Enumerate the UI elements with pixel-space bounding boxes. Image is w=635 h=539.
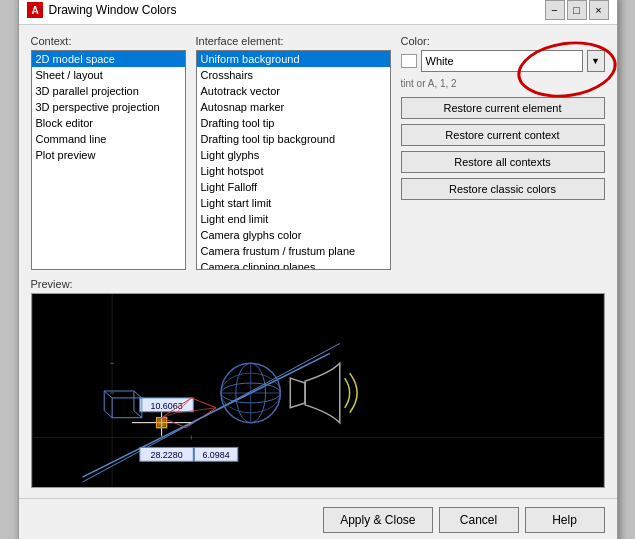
color-select-display[interactable]: White (421, 50, 583, 72)
restore-all-button[interactable]: Restore all contexts (401, 151, 605, 173)
list-item[interactable]: Light Falloff (197, 179, 390, 195)
top-section: Context: 2D model space Sheet / layout 3… (31, 35, 605, 270)
color-swatch (401, 54, 417, 68)
minimize-button[interactable]: − (545, 0, 565, 20)
svg-rect-9 (157, 419, 165, 427)
list-item[interactable]: Autotrack vector (197, 83, 390, 99)
dialog-body: Context: 2D model space Sheet / layout 3… (19, 25, 617, 498)
list-item[interactable]: 3D parallel projection (32, 83, 185, 99)
preview-canvas: 10.6063 (31, 293, 605, 488)
list-item[interactable]: Light glyphs (197, 147, 390, 163)
context-listbox[interactable]: 2D model space Sheet / layout 3D paralle… (31, 50, 186, 270)
list-item[interactable]: Light hotspot (197, 163, 390, 179)
list-item[interactable]: Uniform background (197, 51, 390, 67)
color-panel: Color: White ▼ tint or A, 1, 2 Restore c… (401, 35, 605, 270)
interface-listbox[interactable]: Uniform background Crosshairs Autotrack … (196, 50, 391, 270)
window-controls: − □ × (545, 0, 609, 20)
list-item[interactable]: Light start limit (197, 195, 390, 211)
svg-text:A: A (31, 5, 38, 16)
color-dropdown-row: White ▼ (401, 50, 605, 72)
list-item[interactable]: Drafting tool tip background (197, 131, 390, 147)
list-item[interactable]: Camera clipping planes (197, 259, 390, 270)
restore-classic-button[interactable]: Restore classic colors (401, 178, 605, 200)
preview-svg: 10.6063 (32, 294, 604, 487)
list-item[interactable]: Command line (32, 131, 185, 147)
list-item[interactable]: Camera glyphs color (197, 227, 390, 243)
list-item[interactable]: Camera frustum / frustum plane (197, 243, 390, 259)
color-dropdown-arrow[interactable]: ▼ (587, 50, 605, 72)
apply-close-button[interactable]: Apply & Close (323, 507, 432, 533)
drawing-window-colors-dialog: A Drawing Window Colors − □ × Context: 2… (18, 0, 618, 539)
help-button[interactable]: Help (525, 507, 605, 533)
context-panel: Context: 2D model space Sheet / layout 3… (31, 35, 186, 270)
color-label: Color: (401, 35, 605, 47)
preview-label: Preview: (31, 278, 605, 290)
list-item[interactable]: Sheet / layout (32, 67, 185, 83)
title-bar: A Drawing Window Colors − □ × (19, 0, 617, 25)
interface-panel: Interface element: Uniform background Cr… (196, 35, 391, 270)
svg-text:10.6063: 10.6063 (150, 401, 182, 411)
context-label: Context: (31, 35, 186, 47)
list-item[interactable]: Autosnap marker (197, 99, 390, 115)
color-panel-inner: Color: White ▼ tint or A, 1, 2 Restore c… (401, 35, 605, 200)
interface-label: Interface element: (196, 35, 391, 47)
list-item[interactable]: Block editor (32, 115, 185, 131)
close-button[interactable]: × (589, 0, 609, 20)
svg-text:28.2280: 28.2280 (150, 450, 182, 460)
list-item[interactable]: Plot preview (32, 147, 185, 163)
color-annotation: tint or A, 1, 2 (401, 78, 605, 89)
svg-text:6.0984: 6.0984 (202, 450, 229, 460)
list-item[interactable]: Crosshairs (197, 67, 390, 83)
list-item[interactable]: Light end limit (197, 211, 390, 227)
restore-element-button[interactable]: Restore current element (401, 97, 605, 119)
list-item[interactable]: 3D perspective projection (32, 99, 185, 115)
restore-context-button[interactable]: Restore current context (401, 124, 605, 146)
list-item[interactable]: 2D model space (32, 51, 185, 67)
bottom-bar: Apply & Close Cancel Help (19, 498, 617, 539)
maximize-button[interactable]: □ (567, 0, 587, 20)
app-icon: A (27, 2, 43, 18)
preview-section: Preview: (31, 278, 605, 488)
cancel-button[interactable]: Cancel (439, 507, 519, 533)
restore-buttons: Restore current element Restore current … (401, 97, 605, 200)
list-item[interactable]: Drafting tool tip (197, 115, 390, 131)
dialog-title: Drawing Window Colors (49, 3, 545, 17)
